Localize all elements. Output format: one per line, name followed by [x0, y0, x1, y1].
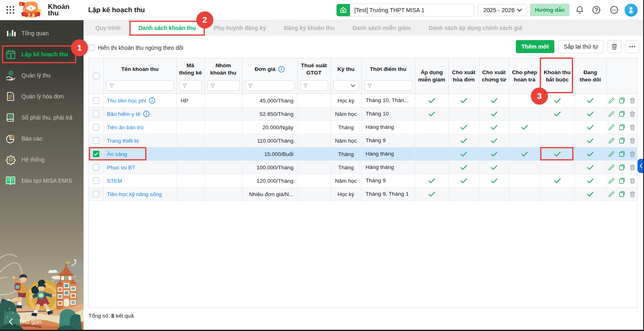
filter-time[interactable]	[364, 80, 412, 91]
filter-price[interactable]	[245, 80, 295, 91]
fee-name-link[interactable]: Tiền học kỹ năng sống	[107, 191, 162, 197]
duplicate-button[interactable]	[618, 124, 625, 131]
fee-name-link[interactable]: Tiền ăn bán trú	[107, 124, 144, 130]
row-checkbox[interactable]	[93, 191, 99, 197]
duplicate-button[interactable]	[618, 137, 625, 144]
table-row[interactable]: Ăn sáng 15.000/Buổi Tháng Hàng tháng	[89, 147, 637, 161]
sidebar-item-0[interactable]: Tổng quan	[2, 24, 76, 42]
table-row[interactable]: Tiền ăn bán trú 20.000/Ngày Tháng Hàng t…	[89, 121, 637, 134]
delete-row-button[interactable]	[629, 151, 636, 158]
delete-row-button[interactable]	[629, 97, 636, 104]
tab-3[interactable]: Đăng ký khoản thu	[275, 20, 343, 36]
row-checkbox[interactable]	[93, 137, 99, 144]
school-select[interactable]: [Test] Trường THPT MISA 1	[336, 4, 474, 17]
delete-row-button[interactable]	[629, 111, 636, 117]
delete-row-button[interactable]	[629, 137, 636, 144]
row-checkbox[interactable]	[93, 177, 99, 184]
delete-row-button[interactable]	[629, 177, 636, 184]
add-new-button[interactable]: Thêm mới	[516, 40, 555, 53]
table-row[interactable]: Bảo hiểm y tế 52.650/Tháng Năm học Tháng…	[89, 107, 637, 121]
reorder-button[interactable]: Sắp lại thứ tự	[558, 40, 603, 53]
duplicate-button[interactable]	[618, 177, 625, 184]
sidebar-item-5[interactable]: Báo cáo	[2, 130, 76, 147]
show-stopped-checkbox[interactable]	[88, 45, 95, 51]
edit-button[interactable]	[608, 191, 615, 198]
pencil-icon	[608, 111, 615, 117]
sidebar-collapse[interactable]: Thu gọn	[0, 316, 84, 328]
help-button[interactable]	[591, 5, 601, 15]
fee-name-link[interactable]: Thu tiền học phí	[107, 98, 146, 104]
more-menu-button[interactable]	[609, 5, 619, 15]
app-launcher-icon[interactable]	[6, 6, 15, 15]
tab-4[interactable]: Danh sách miễn giảm	[343, 20, 420, 36]
edit-button[interactable]	[608, 111, 615, 117]
sidebar-item-6[interactable]: Hệ thống	[2, 151, 76, 169]
header-vat: Thuế suất GTGT	[297, 58, 331, 94]
row-checkbox[interactable]	[93, 111, 99, 117]
duplicate-button[interactable]	[618, 97, 625, 104]
edit-button[interactable]	[608, 151, 615, 158]
delete-row-button[interactable]	[629, 191, 636, 198]
header-select	[89, 58, 103, 94]
check-icon	[554, 98, 561, 103]
tab-5[interactable]: Danh sách áp dụng chính sách giá	[420, 20, 531, 36]
table-row[interactable]: Trang thiết bị 110.000/Tháng Năm học Thá…	[89, 134, 637, 147]
sidebar-item-1[interactable]: $ Lập kế hoạch thu1	[2, 45, 76, 63]
delete-row-button[interactable]	[629, 124, 636, 131]
notifications-button[interactable]	[575, 5, 584, 15]
cell-check-bat-buoc	[540, 134, 574, 147]
chevron-left-icon	[9, 318, 13, 325]
cell-check-hoan-tra	[509, 107, 540, 121]
tab-2[interactable]: Phụ huynh đăng ký	[205, 20, 275, 36]
edit-button[interactable]	[608, 164, 615, 171]
sidebar: Tổng quan $ Lập kế hoạch thu1 $ Quản lý …	[0, 20, 84, 331]
fee-name-link[interactable]: STEM	[107, 178, 122, 184]
filter-group[interactable]	[207, 80, 240, 91]
tab-label: Phụ huynh đăng ký	[214, 25, 266, 31]
edit-button[interactable]	[608, 137, 615, 144]
duplicate-button[interactable]	[618, 111, 625, 117]
sidebar-item-2[interactable]: $ Quản lý thu	[2, 66, 76, 84]
more-actions-button[interactable]	[625, 40, 639, 53]
filter-vat[interactable]	[300, 80, 328, 91]
row-checkbox[interactable]	[93, 97, 99, 104]
fee-name-link[interactable]: Trang thiết bị	[107, 138, 139, 144]
row-checkbox[interactable]	[93, 151, 99, 157]
delete-row-button[interactable]	[629, 164, 636, 171]
fee-name-link[interactable]: Bảo hiểm y tế	[107, 111, 141, 117]
tab-0[interactable]: Quy trình	[86, 20, 129, 36]
filter-code[interactable]	[179, 80, 202, 91]
tabbar: Quy trìnhDanh sách khoản thu2Phụ huynh đ…	[84, 20, 644, 36]
row-checkbox[interactable]	[93, 164, 99, 171]
row-checkbox[interactable]	[93, 124, 99, 130]
sidebar-item-7[interactable]: Đào tạo MISA EMIS	[2, 172, 76, 190]
table-row[interactable]: STEM 120.000/Tháng Năm học Tháng 9	[89, 174, 637, 188]
chevron-down-icon	[517, 9, 522, 12]
table-row[interactable]: Tiền học kỹ năng sống Nhiều đơn giá/N...…	[89, 188, 637, 201]
duplicate-button[interactable]	[618, 151, 625, 158]
copy-icon	[618, 191, 625, 198]
guide-button[interactable]: Hướng dẫn	[530, 4, 569, 16]
school-year-select[interactable]: 2025 - 2026	[478, 4, 527, 16]
table-row[interactable]: Phục vụ BT 100.000/Tháng Tháng Hàng thán…	[89, 161, 637, 174]
duplicate-button[interactable]	[618, 191, 625, 198]
bell-icon	[575, 5, 584, 15]
sidebar-item-3[interactable]: Quản lý hóa đơn	[2, 88, 76, 105]
tab-1[interactable]: Danh sách khoản thu2	[129, 20, 205, 36]
cell-check-chung-tu	[479, 121, 509, 134]
check-icon	[428, 98, 435, 103]
filter-name[interactable]	[106, 80, 174, 91]
edit-button[interactable]	[608, 177, 615, 184]
duplicate-button[interactable]	[618, 164, 625, 171]
user-avatar[interactable]	[625, 4, 638, 17]
fee-name-link[interactable]: Ăn sáng	[107, 151, 127, 157]
fee-name-link[interactable]: Phục vụ BT	[107, 164, 135, 171]
table-row[interactable]: Thu tiền học phí HP 45.000/Tháng Học kỳ …	[89, 94, 637, 107]
filter-period-select[interactable]	[333, 80, 359, 91]
select-all-checkbox[interactable]	[93, 73, 99, 79]
sidebar-item-4[interactable]: $ Sổ phải thu, phải trả	[2, 109, 76, 126]
edit-button[interactable]	[608, 97, 615, 104]
delete-button[interactable]	[608, 40, 621, 53]
home-icon[interactable]	[337, 4, 350, 16]
edit-button[interactable]	[608, 124, 615, 131]
